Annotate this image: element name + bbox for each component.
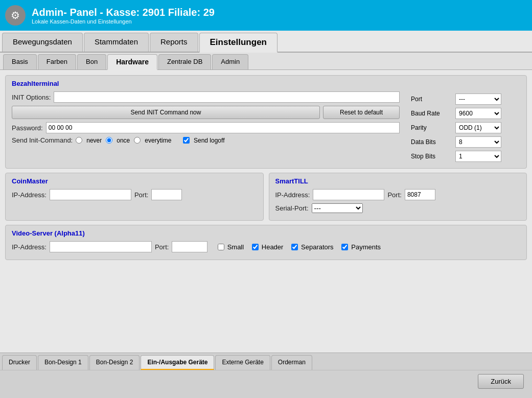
sub-tab-admin[interactable]: Admin [212,54,248,69]
payments-label: Payments [351,243,381,251]
sub-tab-bon[interactable]: Bon [77,54,106,69]
init-buttons-row: Send INIT Command now Reset to default [12,106,400,119]
small-checkbox[interactable] [218,244,224,250]
radio-once-label: once [117,137,130,144]
smarttill-ip-label: IP-Address: [275,191,310,199]
separators-checkbox[interactable] [291,244,298,250]
bottom-tabs: Drucker Bon-Design 1 Bon-Design 2 Ein-/A… [0,353,532,370]
bottom-tab-externe[interactable]: Externe Geräte [215,355,270,370]
smarttill-title: SmartTILL [275,177,521,185]
smarttill-serial-select[interactable]: --- [312,203,363,213]
small-label: Small [227,243,244,251]
port-row: Port --- [409,92,519,106]
baud-rate-select[interactable]: 9600 [455,108,501,119]
port-label: Port [409,92,452,106]
send-init-command-row: Send Init-Command: never once everytime … [12,136,400,144]
separators-label: Separators [301,243,334,251]
sub-tab-basis[interactable]: Basis [3,54,37,69]
videoserver-ip-label: IP-Address: [12,243,47,251]
data-bits-label: Data Bits [409,135,452,149]
back-button[interactable]: Zurück [478,374,524,389]
main-title: Admin- Panel - Kasse: 2901 Filiale: 29 [32,7,215,18]
data-bits-select[interactable]: 8 [455,136,501,148]
baud-rate-label: Baud Rate [409,107,452,120]
coinmaster-section: CoinMaster IP-Address: Port: [5,173,264,221]
sub-title: Lokale Kassen-Daten und Einstellungen [32,18,215,25]
stop-bits-label: Stop Bits [409,150,452,163]
videoserver-ip-input[interactable] [50,241,152,252]
radio-everytime-label: everytime [145,137,171,144]
baud-rate-row: Baud Rate 9600 [409,107,519,120]
coinmaster-port-input[interactable] [151,189,182,200]
smarttill-serial-row: Serial-Port: --- [275,203,521,213]
coinmaster-title: CoinMaster [12,177,257,185]
parity-row: Parity ODD (1) [409,121,519,134]
stop-bits-row: Stop Bits 1 [409,150,519,163]
init-options-row: INIT Options: [12,91,400,103]
tab-einstellungen[interactable]: Einstellungen [199,33,277,53]
radio-never[interactable] [76,137,82,144]
videoserver-title: Video-Server (Alpha11) [12,229,520,237]
coinmaster-ip-label: IP-Address: [12,191,47,199]
sub-tab-hardware[interactable]: Hardware [107,54,157,70]
coinmaster-port-label: Port: [134,191,148,199]
footer: Zurück [0,370,532,392]
videoserver-ip-row: IP-Address: Port: Small Header Separator… [12,241,520,252]
title-text: Admin- Panel - Kasse: 2901 Filiale: 29 L… [32,7,215,25]
coinmaster-smarttill-row: CoinMaster IP-Address: Port: SmartTILL I… [5,173,527,225]
radio-never-label: never [86,137,102,144]
data-bits-row: Data Bits 8 [409,135,519,149]
videoserver-port-label: Port: [155,243,169,251]
app-icon: ⚙ [5,5,26,26]
port-select[interactable]: --- [455,93,501,105]
bottom-tab-bon-design-1[interactable]: Bon-Design 1 [38,355,88,370]
radio-everytime[interactable] [134,137,141,144]
smarttill-port-input[interactable] [405,189,435,200]
bottom-tab-drucker[interactable]: Drucker [2,355,37,370]
send-logoff-label: Send logoff [194,137,225,144]
smarttill-port-label: Port: [387,191,401,199]
content-area: Bezahlterminal INIT Options: Send INIT C… [0,70,532,353]
stop-bits-select[interactable]: 1 [455,151,501,162]
password-label: Password: [12,124,43,132]
init-options-label: INIT Options: [12,93,51,101]
reset-default-button[interactable]: Reset to default [323,106,400,119]
title-bar: ⚙ Admin- Panel - Kasse: 2901 Filiale: 29… [0,0,532,31]
radio-once[interactable] [106,137,112,144]
send-logoff-checkbox[interactable] [183,137,190,144]
smarttill-ip-row: IP-Address: Port: [275,189,521,200]
parity-label: Parity [409,121,452,134]
videoserver-section: Video-Server (Alpha11) IP-Address: Port:… [5,225,527,260]
bezahlterminal-title: Bezahlterminal [12,80,520,87]
main-tabs: Bewegungsdaten Stammdaten Reports Einste… [0,31,532,53]
smarttill-ip-input[interactable] [313,189,384,200]
bottom-tab-orderman[interactable]: Orderman [271,355,312,370]
sub-tabs: Basis Farben Bon Hardware Zentrale DB Ad… [0,53,532,70]
smarttill-serial-label: Serial-Port: [275,204,309,212]
password-row: Password: [12,122,400,133]
header-checkbox[interactable] [252,244,259,250]
bezahlterminal-section: Bezahlterminal INIT Options: Send INIT C… [5,75,527,169]
bottom-tab-bon-design-2[interactable]: Bon-Design 2 [89,355,140,370]
tab-stammdaten[interactable]: Stammdaten [84,33,149,52]
send-init-button[interactable]: Send INIT Command now [12,106,320,119]
parity-select[interactable]: ODD (1) [455,122,501,133]
header-label: Header [262,243,284,251]
password-input[interactable] [46,122,400,133]
smarttill-section: SmartTILL IP-Address: Port: Serial-Port:… [269,173,527,221]
videoserver-port-input[interactable] [172,241,207,252]
coinmaster-ip-input[interactable] [50,189,131,200]
sub-tab-zentrale-db[interactable]: Zentrale DB [158,54,211,69]
port-settings-table: Port --- Baud Rate 9600 Parity ODD (1) D… [408,91,520,164]
payments-checkbox[interactable] [341,244,348,250]
coinmaster-ip-row: IP-Address: Port: [12,189,257,200]
tab-reports[interactable]: Reports [150,33,198,52]
bottom-tab-eingabe[interactable]: Ein-/Ausgabe Geräte [141,355,214,370]
tab-bewegungsdaten[interactable]: Bewegungsdaten [2,33,83,52]
send-init-command-label: Send Init-Command: [12,136,73,144]
sub-tab-farben[interactable]: Farben [38,54,76,69]
init-options-input[interactable] [54,91,400,103]
